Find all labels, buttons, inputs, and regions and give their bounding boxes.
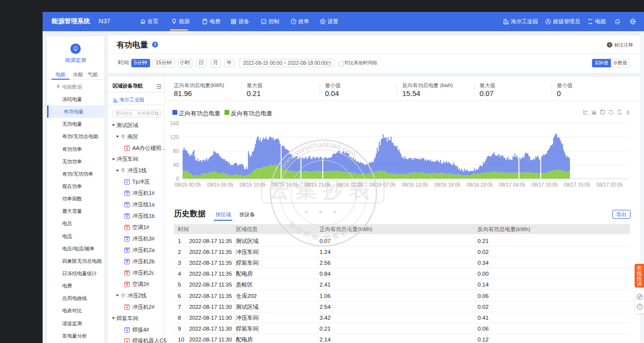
svg-text:08/15 00:05: 08/15 00:05 — [175, 182, 201, 188]
svg-text:120: 120 — [170, 134, 179, 140]
svg-text:08/17 10:05: 08/17 10:05 — [532, 182, 558, 188]
svg-text:08/16 13:05: 08/16 13:05 — [402, 182, 428, 188]
svg-text:08/15 05:05: 08/15 05:05 — [207, 182, 233, 188]
svg-text:08/17 20:05: 08/17 20:05 — [596, 182, 623, 188]
svg-text:160: 160 — [170, 120, 179, 126]
svg-text:80: 80 — [173, 148, 179, 154]
svg-text:08/17 15:05: 08/17 15:05 — [564, 182, 590, 188]
svg-text:08/17 04:05: 08/17 04:05 — [499, 182, 526, 188]
svg-text:40: 40 — [173, 162, 179, 168]
svg-text:版权所有·侵权必究: 版权所有·侵权必究 — [287, 220, 358, 242]
svg-text:08/16 18:05: 08/16 18:05 — [434, 182, 461, 188]
svg-text:0: 0 — [176, 176, 179, 182]
svg-text:★ ★ ★: ★ ★ ★ — [304, 209, 341, 215]
svg-text:08/16 23:05: 08/16 23:05 — [467, 182, 493, 188]
